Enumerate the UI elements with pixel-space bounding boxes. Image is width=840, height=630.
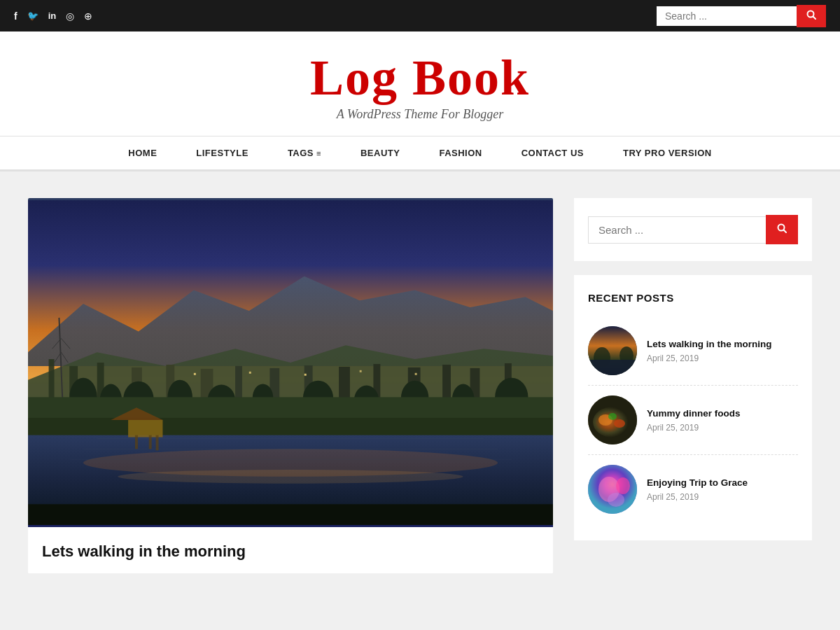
topbar: f 🐦 in ◎ ⊕: [0, 0, 840, 31]
nav-link-contact[interactable]: CONTACT US: [502, 136, 603, 169]
svg-rect-44: [128, 420, 162, 438]
svg-point-64: [614, 419, 625, 428]
svg-rect-48: [156, 435, 159, 451]
recent-post-date-3: April 25, 2019: [647, 492, 748, 502]
recent-post-title-1[interactable]: Lets walking in the morning: [647, 338, 772, 351]
recent-post-thumb-2: [588, 396, 637, 444]
main-nav: HOME LIFESTYLE TAGS≡ BEAUTY FASHION CONT…: [0, 136, 840, 172]
svg-point-40: [118, 470, 463, 484]
hero-image: [28, 198, 553, 527]
topbar-search: [657, 5, 826, 27]
sidebar-search-input[interactable]: [588, 216, 766, 244]
nav-link-tags[interactable]: TAGS≡: [268, 136, 341, 169]
svg-point-65: [608, 413, 617, 420]
nav-item-home[interactable]: HOME: [108, 136, 176, 169]
sidebar-search-icon: [777, 223, 787, 233]
svg-rect-53: [360, 370, 362, 372]
nav-link-fashion[interactable]: FASHION: [419, 136, 501, 169]
svg-rect-49: [28, 504, 553, 525]
svg-rect-50: [194, 373, 196, 375]
recent-post-item-3: Enjoying Trip to Grace April 25, 2019: [588, 455, 798, 524]
twitter-icon[interactable]: 🐦: [27, 10, 38, 21]
recent-post-date-1: April 25, 2019: [647, 354, 772, 363]
recent-post-item: Lets walking in the morning April 25, 20…: [588, 316, 798, 386]
tags-dropdown-icon: ≡: [316, 149, 321, 158]
content-area: Lets walking in the morning RECENT POSTS: [14, 198, 826, 573]
site-tagline: A WordPress Theme For Blogger: [14, 107, 826, 122]
recent-post-title-2[interactable]: Yummy dinner foods: [647, 407, 741, 421]
recent-post-date-2: April 25, 2019: [647, 423, 741, 433]
sidebar-search-button[interactable]: [766, 215, 798, 244]
svg-rect-11: [235, 366, 242, 400]
svg-point-68: [616, 477, 630, 494]
svg-rect-51: [249, 372, 251, 374]
sidebar-search-wrap: [588, 215, 798, 244]
recent-post-thumb-1: [588, 326, 637, 375]
svg-rect-46: [135, 435, 138, 449]
recent-post-title-3[interactable]: Enjoying Trip to Grace: [647, 477, 748, 490]
topbar-search-button[interactable]: [797, 5, 826, 27]
nav-item-beauty[interactable]: BEAUTY: [341, 136, 419, 169]
recent-post-thumb-3: [588, 465, 637, 514]
svg-line-56: [784, 230, 787, 233]
main-column: Lets walking in the morning: [28, 198, 553, 573]
svg-rect-17: [442, 365, 451, 400]
recent-posts-widget: RECENT POSTS: [574, 275, 812, 540]
nav-link-pro[interactable]: TRY PRO VERSION: [603, 136, 732, 169]
linkedin-icon[interactable]: in: [48, 10, 57, 21]
nav-item-fashion[interactable]: FASHION: [419, 136, 501, 169]
search-icon: [806, 10, 816, 20]
svg-rect-14: [339, 367, 350, 400]
thumb-3-svg: [588, 465, 637, 514]
recent-post-item-2: Yummy dinner foods April 25, 2019: [588, 386, 798, 455]
instagram-icon[interactable]: ◎: [66, 10, 74, 22]
nav-item-lifestyle[interactable]: LIFESTYLE: [176, 136, 268, 169]
recent-post-info-3: Enjoying Trip to Grace April 25, 2019: [647, 477, 748, 503]
nav-item-pro[interactable]: TRY PRO VERSION: [603, 136, 732, 169]
svg-rect-52: [304, 374, 307, 376]
svg-rect-5: [49, 359, 55, 400]
social-links: f 🐦 in ◎ ⊕: [14, 10, 92, 22]
thumb-1-svg: [588, 326, 637, 375]
nav-divider: [0, 172, 840, 177]
nav-item-tags[interactable]: TAGS≡: [268, 136, 341, 169]
nav-link-beauty[interactable]: BEAUTY: [341, 136, 419, 169]
svg-point-62: [593, 407, 632, 438]
svg-rect-47: [149, 435, 152, 449]
hero-post-title: Lets walking in the morning: [28, 527, 553, 573]
dribbble-icon[interactable]: ⊕: [84, 10, 92, 22]
nav-link-home[interactable]: HOME: [108, 136, 176, 169]
facebook-icon[interactable]: f: [14, 10, 18, 22]
svg-rect-60: [588, 360, 637, 375]
site-header: Log Book A WordPress Theme For Blogger: [0, 31, 840, 136]
recent-post-info-2: Yummy dinner foods April 25, 2019: [647, 407, 741, 433]
nav-item-contact[interactable]: CONTACT US: [502, 136, 603, 169]
sidebar: RECENT POSTS: [574, 198, 812, 573]
topbar-search-input[interactable]: [657, 6, 797, 26]
svg-line-1: [813, 17, 816, 20]
thumb-2-svg: [588, 396, 637, 444]
site-title: Log Book: [14, 52, 826, 103]
sidebar-search-widget: [574, 198, 812, 261]
nav-link-lifestyle[interactable]: LIFESTYLE: [176, 136, 268, 169]
recent-post-info-1: Lets walking in the morning April 25, 20…: [647, 338, 772, 364]
svg-rect-54: [415, 373, 417, 375]
hero-svg: [28, 198, 553, 527]
recent-posts-title: RECENT POSTS: [588, 292, 798, 304]
hero-post: Lets walking in the morning: [28, 198, 553, 573]
svg-point-69: [608, 493, 624, 507]
